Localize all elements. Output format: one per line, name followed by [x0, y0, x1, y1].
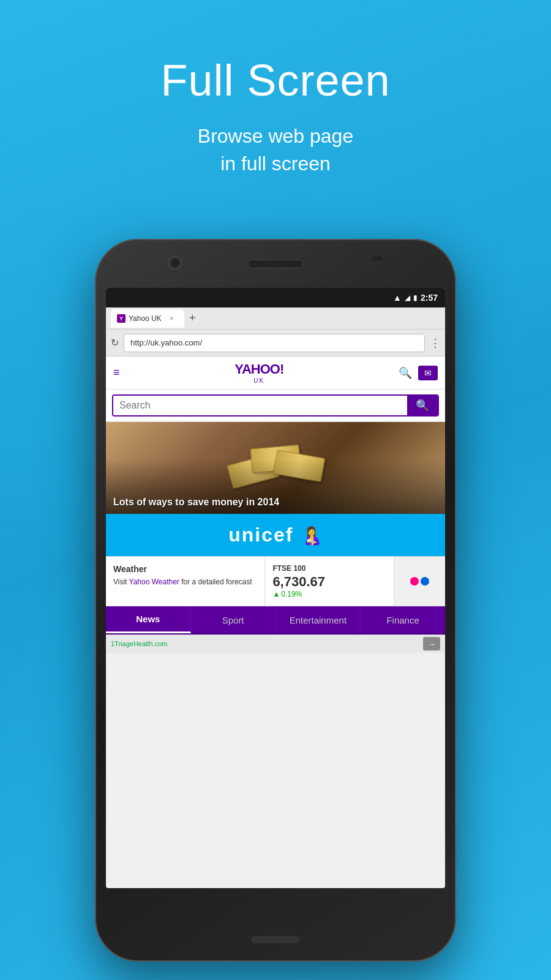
footer-url: 1TriageHealth.com [111, 640, 168, 647]
tab-close-button[interactable]: × [170, 314, 174, 323]
weather-widget-body: Visit Yahoo Weather for a detailed forec… [113, 576, 257, 587]
tab-news[interactable]: News [106, 606, 191, 633]
tab-sport[interactable]: Sport [191, 606, 276, 633]
nav-tabs: News Sport Entertainment Finance [106, 606, 445, 635]
flickr-widget [394, 557, 445, 606]
front-camera [168, 256, 182, 270]
phone-sensor [372, 256, 383, 261]
home-button[interactable] [251, 936, 300, 943]
yahoo-weather-link[interactable]: Yahoo Weather [129, 578, 179, 586]
weather-widget: Weather Visit Yahoo Weather for a detail… [106, 557, 265, 606]
ftse-title: FTSE 100 [272, 564, 386, 573]
hamburger-menu-icon[interactable]: ≡ [113, 366, 120, 379]
yahoo-logo-sub: UK [234, 377, 283, 384]
signal-icon: ◢ [405, 293, 410, 302]
browser-menu-button[interactable]: ⋮ [430, 336, 440, 350]
tab-label: Yahoo UK [129, 314, 162, 323]
yahoo-site-header: ≡ YAHOO! UK 🔍 [106, 356, 445, 390]
header-action-icons: 🔍 [399, 366, 438, 380]
unicef-logo-text: unicef [228, 524, 293, 546]
ftse-change: ▲ 0.19% [272, 590, 386, 598]
clock: 2:57 [421, 293, 438, 303]
flickr-dot-blue [421, 577, 429, 586]
search-form: 🔍 [112, 394, 439, 417]
weather-widget-title: Weather [113, 564, 257, 574]
browser-tab-bar: Y Yahoo UK × + [106, 307, 445, 330]
flickr-dot-pink [410, 577, 419, 586]
yahoo-logo-text: YAHOO! [234, 361, 283, 377]
tab-finance[interactable]: Finance [361, 606, 445, 633]
yahoo-logo: YAHOO! UK [234, 361, 283, 384]
status-bar: ▲ ◢ ▮ 2:57 [106, 288, 445, 307]
address-bar: ↻ ⋮ [106, 330, 445, 356]
browser-tab-yahoo[interactable]: Y Yahoo UK × [111, 309, 184, 328]
ftse-value: 6,730.67 [272, 574, 386, 590]
search-submit-button[interactable]: 🔍 [407, 396, 438, 415]
phone-screen: ▲ ◢ ▮ 2:57 Y Yahoo UK × + ↻ ⋮ [106, 288, 445, 888]
mail-icon[interactable] [418, 366, 438, 380]
battery-icon: ▮ [413, 293, 418, 302]
search-bar-row: 🔍 [106, 390, 445, 422]
phone-speaker [248, 260, 303, 268]
header-section: Full Screen Browse web page in full scre… [0, 0, 551, 178]
ftse-widget: FTSE 100 6,730.67 ▲ 0.19% [265, 557, 394, 606]
main-title: Full Screen [0, 55, 551, 105]
search-input[interactable] [113, 396, 407, 415]
hero-banner: Lots of ways to save money in 2014 [106, 422, 445, 514]
widget-row: Weather Visit Yahoo Weather for a detail… [106, 557, 445, 606]
search-submit-icon: 🔍 [416, 399, 429, 412]
arrow-up-icon: ▲ [272, 590, 280, 598]
unicef-banner[interactable]: unicef 🤱 [106, 514, 445, 557]
page-footer: 1TriageHealth.com → [106, 635, 445, 653]
sub-title: Browse web page in full screen [0, 123, 551, 178]
yahoo-favicon-icon: Y [117, 314, 126, 323]
forward-button[interactable]: → [423, 637, 440, 650]
refresh-button[interactable]: ↻ [111, 337, 119, 349]
page-background: Full Screen Browse web page in full scre… [0, 0, 551, 178]
phone-device: ▲ ◢ ▮ 2:57 Y Yahoo UK × + ↻ ⋮ [95, 239, 456, 962]
url-input[interactable] [124, 334, 425, 352]
hero-caption: Lots of ways to save money in 2014 [113, 497, 279, 508]
search-icon[interactable]: 🔍 [399, 366, 412, 380]
unicef-child-icon: 🤱 [301, 526, 323, 546]
flickr-logo [410, 577, 429, 586]
status-icons: ▲ ◢ ▮ 2:57 [393, 293, 438, 303]
new-tab-button[interactable]: + [189, 312, 196, 325]
wifi-icon: ▲ [393, 293, 402, 303]
tab-entertainment[interactable]: Entertainment [276, 606, 361, 633]
